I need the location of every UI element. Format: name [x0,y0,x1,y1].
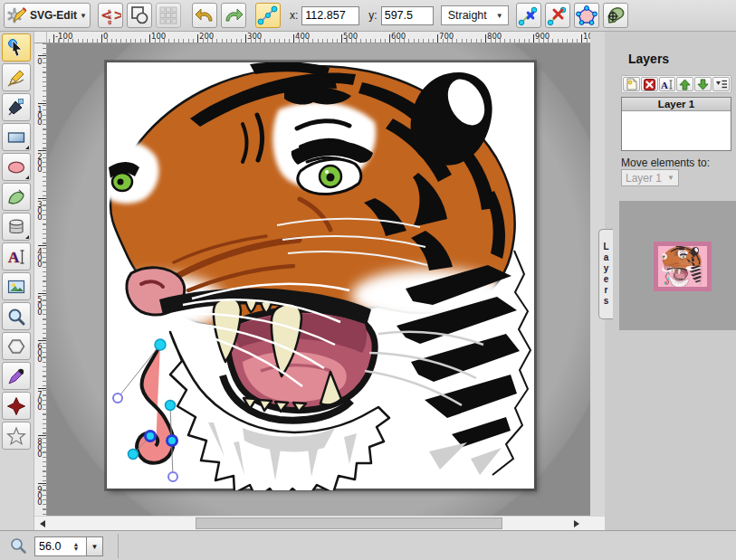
path-node-selected[interactable] [146,432,156,441]
move-layer-up-button[interactable] [676,77,693,91]
main-menu-caret: ▼ [80,12,87,20]
minimap-thumbnail[interactable] [658,246,707,287]
rename-layer-button[interactable]: A [659,77,676,91]
scroll-left-arrow[interactable] [40,520,45,527]
zoom-dropdown-caret: ▼ [91,543,99,551]
path-node[interactable] [155,339,166,350]
layers-side-tab[interactable]: Layers [598,229,613,319]
workspace: -10001002003004005006007008009001000 010… [34,32,605,530]
line-tool-icon [6,98,26,118]
link-control-points-button[interactable] [255,3,281,28]
ruler-corner [34,32,47,43]
top-toolbar: SVG-Edit ▼ < > s v g [0,0,736,32]
tool-palette: A [0,32,34,530]
line-tool[interactable] [2,93,31,121]
minimap-tiger [658,246,707,287]
image-tool[interactable] [2,272,31,300]
main-menu-label: SVG-Edit [30,9,77,22]
new-layer-icon [626,78,637,90]
layer-menu-button[interactable] [712,77,730,91]
ellipse-flyout-arrow [25,176,29,179]
move-elements-value: Layer 1 [626,172,662,185]
main-menu-button[interactable]: SVG-Edit ▼ [4,3,91,28]
canvas-viewport[interactable] [47,43,590,516]
segment-type-value: Straight [448,9,487,22]
control-handle-point[interactable] [113,394,122,403]
layer-list: Layer 1 [621,97,731,151]
svg-source-button[interactable]: < > s v g [98,3,123,28]
ruler-left: 0100200300400500600700800900 [34,43,47,516]
zoom-spin-down[interactable]: ▼ [73,546,80,551]
pencil-tool[interactable] [2,63,31,91]
shape-cross-tool[interactable] [2,392,31,420]
segment-type-select[interactable]: Straight ▼ [441,5,509,25]
layer-row[interactable]: Layer 1 [622,98,731,111]
control-handle-point[interactable] [168,472,177,481]
horizontal-scrollbar[interactable] [34,516,605,530]
zoom-dropdown-button[interactable]: ▼ [87,536,103,556]
eyedropper-tool[interactable] [2,362,31,390]
path-tool-icon [6,187,26,207]
redo-icon [223,5,244,26]
new-layer-button[interactable] [623,77,640,91]
x-input[interactable] [301,6,359,25]
text-tool[interactable]: A [2,242,31,271]
wireframe-button[interactable] [127,3,152,28]
rectangle-flyout-arrow [25,146,29,149]
move-layer-down-button[interactable] [694,77,712,91]
zoom-control: ▲ ▼ ▼ [34,536,103,556]
eyedropper-icon [6,366,26,386]
path-node-selected[interactable] [167,436,177,446]
svg-source-icon: < > s v g [100,5,121,26]
star-tool[interactable] [2,422,31,450]
layers-panel: Layers A [605,32,736,530]
rectangle-tool-icon [6,128,26,147]
undo-button[interactable] [192,3,217,28]
layer-up-icon [679,79,691,90]
redo-button[interactable] [221,3,246,28]
overview-minimap [619,201,736,330]
bottom-bar: ▲ ▼ ▼ [0,530,736,560]
ellipse-tool[interactable] [2,153,31,181]
delete-layer-button[interactable] [641,77,658,91]
layers-panel-title: Layers [628,52,669,66]
zoom-status-icon [9,536,27,555]
wireframe-icon [129,5,150,26]
grid-button[interactable] [156,3,181,28]
zoom-spinner[interactable]: ▲ ▼ [70,542,82,551]
svg-edit-window: SVG-Edit ▼ < > s v g [0,0,736,560]
path-node[interactable] [166,401,176,411]
move-elements-select[interactable]: Layer 1 ▼ [621,169,679,186]
magnifier-icon [6,307,26,327]
path-node[interactable] [129,450,139,460]
layer-down-icon [697,79,709,90]
rectangle-tool[interactable] [2,123,31,151]
add-subpath-button[interactable] [603,3,628,28]
ruler-top: -10001002003004005006007008009001000 [34,32,590,43]
segment-type-caret: ▼ [496,12,503,20]
insert-node-button[interactable] [516,3,541,28]
open-close-path-icon [576,5,597,26]
polygon-tool[interactable] [2,332,31,360]
y-input[interactable] [381,6,434,25]
undo-icon [194,5,215,26]
layer-menu-icon [715,79,728,90]
pencil-tool-icon [6,68,26,88]
select-tool[interactable] [2,33,31,62]
rename-layer-icon: A [661,79,674,90]
horizontal-scrollbar-thumb[interactable] [196,517,502,529]
zoom-input[interactable] [35,540,70,553]
ellipse-tool-icon [6,157,26,177]
delete-node-button[interactable] [545,3,570,28]
image-tool-icon [6,277,26,297]
path-tool[interactable] [2,183,31,211]
tiger-artwork [107,62,536,490]
shape-library-tool[interactable] [2,213,31,241]
cylinder-icon [6,217,26,237]
svg-text:A: A [8,249,20,266]
text-tool-icon: A [6,247,26,267]
scroll-right-arrow[interactable] [574,520,579,527]
zoom-tool[interactable] [2,302,31,330]
open-close-path-button[interactable] [574,3,599,28]
minimap-thumbnail-frame[interactable] [654,242,712,291]
